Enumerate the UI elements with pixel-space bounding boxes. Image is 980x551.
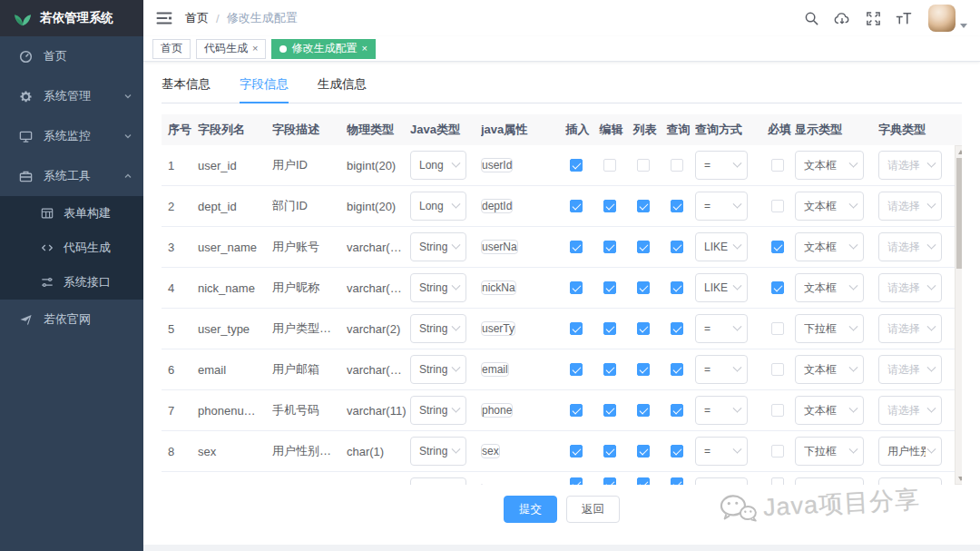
close-icon[interactable]: × <box>252 44 258 54</box>
query-checkbox[interactable] <box>671 200 683 212</box>
java-type-select[interactable]: String <box>410 396 466 425</box>
scroll-up-arrow[interactable] <box>956 146 962 157</box>
java-type-select[interactable]: String <box>410 273 466 302</box>
java-prop-input[interactable]: deptId <box>481 199 513 213</box>
dict-type-select[interactable]: 请选择 <box>878 314 942 343</box>
dict-type-select[interactable]: 请选择 <box>878 151 942 180</box>
list-checkbox[interactable] <box>637 322 650 335</box>
display-type-select[interactable]: 文本框 <box>795 151 864 180</box>
list-checkbox[interactable] <box>637 241 650 253</box>
query-checkbox[interactable] <box>671 477 683 485</box>
edit-checkbox[interactable] <box>603 159 616 172</box>
display-type-select[interactable]: 文本框 <box>795 273 864 302</box>
edit-checkbox[interactable] <box>603 241 616 253</box>
sidebar-item-form-builder[interactable]: 表单构建 <box>0 196 143 231</box>
required-checkbox[interactable] <box>771 159 784 172</box>
java-prop-input[interactable]: phone <box>481 403 513 418</box>
list-checkbox[interactable] <box>637 445 650 458</box>
tag-code-generate[interactable]: 代码生成 × <box>196 39 266 59</box>
sidebar-item-system-api[interactable]: 系统接口 <box>0 265 143 300</box>
edit-checkbox[interactable] <box>603 281 616 294</box>
edit-checkbox[interactable] <box>603 200 616 212</box>
user-menu[interactable] <box>928 5 967 32</box>
edit-checkbox[interactable] <box>603 322 616 335</box>
java-prop-input[interactable]: userTy <box>481 321 515 336</box>
java-prop-input[interactable] <box>481 484 483 485</box>
required-checkbox[interactable] <box>771 322 784 335</box>
display-type-select[interactable] <box>795 477 864 485</box>
edit-checkbox[interactable] <box>603 363 616 376</box>
insert-checkbox[interactable] <box>570 281 583 294</box>
display-type-select[interactable]: 文本框 <box>795 192 864 221</box>
query-checkbox[interactable] <box>671 322 683 335</box>
java-type-select[interactable] <box>410 477 466 485</box>
query-way-select[interactable] <box>695 477 748 485</box>
required-checkbox[interactable] <box>771 445 784 458</box>
java-prop-input[interactable]: userNa <box>481 240 518 254</box>
display-type-select[interactable]: 文本框 <box>795 355 864 384</box>
sidebar-item-code-generate[interactable]: 代码生成 <box>0 231 143 265</box>
required-checkbox[interactable] <box>771 241 784 253</box>
display-type-select[interactable]: 文本框 <box>795 232 864 261</box>
insert-checkbox[interactable] <box>570 241 583 253</box>
edit-checkbox[interactable] <box>603 445 616 458</box>
required-checkbox[interactable] <box>771 200 784 212</box>
java-type-select[interactable]: Long <box>410 151 466 180</box>
query-checkbox[interactable] <box>671 281 683 294</box>
dict-type-select[interactable]: 请选择 <box>878 192 942 221</box>
list-checkbox[interactable] <box>637 281 650 294</box>
submit-button[interactable]: 提交 <box>504 496 557 523</box>
query-checkbox[interactable] <box>671 159 683 172</box>
tab-field-info[interactable]: 字段信息 <box>240 76 289 103</box>
java-prop-input[interactable]: nickNa <box>481 280 516 295</box>
query-way-select[interactable]: = <box>695 314 748 343</box>
required-checkbox[interactable] <box>771 281 784 294</box>
vertical-scrollbar[interactable] <box>955 145 962 485</box>
query-way-select[interactable]: = <box>695 355 748 384</box>
sidebar-item-system-tools[interactable]: 系统工具 <box>0 156 143 196</box>
edit-checkbox[interactable] <box>603 404 616 417</box>
query-way-select[interactable]: LIKE <box>695 273 748 302</box>
display-type-select[interactable]: 文本框 <box>795 396 864 425</box>
java-type-select[interactable]: String <box>410 355 466 384</box>
java-type-select[interactable]: String <box>410 437 466 466</box>
fullscreen-icon[interactable] <box>865 10 881 26</box>
sidebar-toggle-icon[interactable] <box>156 11 172 25</box>
java-type-select[interactable]: Long <box>410 192 466 221</box>
sidebar-item-system-monitor[interactable]: 系统监控 <box>0 116 143 156</box>
display-type-select[interactable]: 下拉框 <box>795 437 864 466</box>
java-prop-input[interactable]: email <box>481 362 509 377</box>
dict-type-select[interactable]: 用户性别 <box>878 437 942 466</box>
edit-checkbox[interactable] <box>603 477 616 485</box>
search-icon[interactable] <box>803 10 819 26</box>
insert-checkbox[interactable] <box>570 445 583 458</box>
query-way-select[interactable]: = <box>695 437 748 466</box>
display-type-select[interactable]: 下拉框 <box>795 314 864 343</box>
query-way-select[interactable]: = <box>695 151 748 180</box>
query-checkbox[interactable] <box>671 363 683 376</box>
dict-type-select[interactable]: 请选择 <box>878 355 942 384</box>
tag-edit-gen-config[interactable]: 修改生成配置 × <box>271 39 375 59</box>
insert-checkbox[interactable] <box>570 404 583 417</box>
sidebar-item-home[interactable]: 首页 <box>0 36 143 76</box>
scroll-down-arrow[interactable] <box>956 473 962 484</box>
dict-type-select[interactable]: 请选择 <box>878 396 942 425</box>
required-checkbox[interactable] <box>771 404 784 417</box>
list-checkbox[interactable] <box>637 200 650 212</box>
query-way-select[interactable]: LIKE <box>695 232 748 261</box>
dict-type-select[interactable] <box>878 477 942 485</box>
query-checkbox[interactable] <box>671 241 683 253</box>
insert-checkbox[interactable] <box>570 477 583 485</box>
java-prop-input[interactable]: userId <box>481 158 513 172</box>
tag-home[interactable]: 首页 <box>152 39 191 59</box>
query-way-select[interactable]: = <box>695 396 748 425</box>
tab-basic-info[interactable]: 基本信息 <box>162 76 211 103</box>
back-button[interactable]: 返回 <box>566 496 620 523</box>
scrollbar-thumb[interactable] <box>956 158 962 269</box>
java-type-select[interactable]: String <box>410 232 466 261</box>
insert-checkbox[interactable] <box>570 159 583 172</box>
required-checkbox[interactable] <box>771 477 784 485</box>
insert-checkbox[interactable] <box>570 322 583 335</box>
query-checkbox[interactable] <box>671 445 683 458</box>
java-prop-input[interactable]: sex <box>481 444 500 458</box>
